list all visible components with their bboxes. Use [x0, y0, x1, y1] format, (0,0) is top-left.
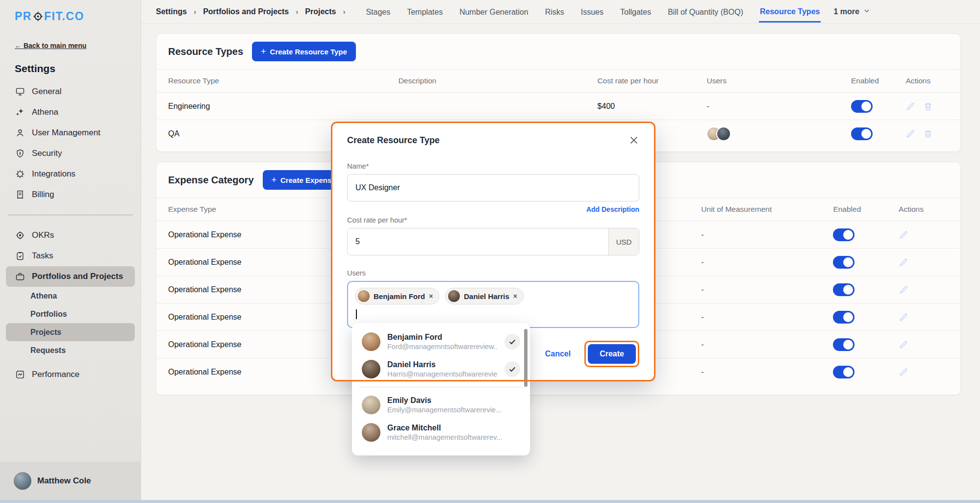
- chevron-down-icon: [863, 7, 870, 16]
- breadcrumb: Settings › Portfolios and Projects › Pro…: [156, 7, 345, 16]
- more-tabs-dropdown[interactable]: 1 more: [833, 7, 870, 16]
- sidebar-item-label: Performance: [32, 370, 79, 379]
- enabled-toggle[interactable]: [833, 338, 854, 351]
- tab-bill-of-quantity[interactable]: Bill of Quantity (BOQ): [667, 1, 744, 22]
- sidebar-item-label: OKRs: [32, 230, 54, 240]
- unit-cell: -: [701, 368, 833, 377]
- breadcrumb-portfolios-and-projects[interactable]: Portfolios and Projects: [203, 7, 289, 16]
- tab-resource-types[interactable]: Resource Types: [759, 1, 821, 23]
- modal-title: Create Resource Type: [347, 135, 440, 146]
- user-icon: [15, 128, 25, 138]
- tab-stages[interactable]: Stages: [365, 1, 391, 22]
- create-resource-type-button[interactable]: + Create Resource Type: [252, 42, 356, 61]
- back-to-main-menu-link[interactable]: ← Back to main menu: [15, 42, 86, 50]
- edit-icon[interactable]: [899, 230, 908, 240]
- dropdown-divider: [359, 387, 523, 387]
- sidebar-item-label: Security: [32, 149, 62, 158]
- sidebar-item-label: Athena: [32, 107, 58, 117]
- settings-tabs: Stages Templates Number Generation Risks…: [365, 1, 821, 23]
- dropdown-user-emily-davis[interactable]: Emily Davis Emily@managementsoftwarerevi…: [352, 391, 530, 419]
- sidebar-subitem-label: Portfolios: [30, 310, 67, 319]
- check-icon: [504, 334, 520, 350]
- users-cell: -: [706, 102, 851, 111]
- enabled-toggle[interactable]: [833, 256, 854, 269]
- sidebar-item-athena[interactable]: Athena: [6, 102, 135, 123]
- tab-number-generation[interactable]: Number Generation: [458, 1, 529, 22]
- cancel-button[interactable]: Cancel: [545, 350, 571, 358]
- shield-icon: [15, 149, 25, 159]
- sidebar-subitem-athena[interactable]: Athena: [6, 287, 135, 305]
- current-user[interactable]: Matthew Cole: [0, 462, 141, 500]
- sidebar-item-performance[interactable]: Performance: [6, 364, 135, 385]
- sidebar-divider: [8, 215, 133, 215]
- enabled-toggle[interactable]: [851, 127, 873, 140]
- avatar: [358, 290, 370, 302]
- remove-chip-icon[interactable]: ×: [513, 293, 517, 300]
- tab-tollgates[interactable]: Tollgates: [619, 1, 652, 22]
- unit-cell: -: [701, 285, 833, 294]
- sidebar-item-security[interactable]: Security: [6, 143, 135, 164]
- remove-chip-icon[interactable]: ×: [429, 293, 433, 300]
- tab-risks[interactable]: Risks: [544, 1, 565, 22]
- currency-suffix: USD: [608, 228, 639, 255]
- sidebar-item-general[interactable]: General: [6, 81, 135, 102]
- sidebar-group-settings: General Athena User Management Security …: [0, 81, 141, 205]
- create-resource-type-label: Create Resource Type: [270, 48, 347, 56]
- edit-icon[interactable]: [899, 312, 908, 322]
- sidebar-item-user-management[interactable]: User Management: [6, 123, 135, 143]
- name-input[interactable]: [347, 174, 639, 201]
- sidebar-subitem-portfolios[interactable]: Portfolios: [6, 305, 135, 323]
- delete-icon[interactable]: [923, 101, 933, 111]
- users-multiselect[interactable]: Benjamin Ford × Daniel Harris ×: [347, 281, 639, 328]
- dropdown-user-benjamin-ford[interactable]: Benjamin Ford Ford@managemntsoftwarerevi…: [352, 328, 530, 355]
- sidebar-subitem-requests[interactable]: Requests: [6, 341, 135, 359]
- edit-icon[interactable]: [899, 367, 908, 377]
- edit-icon[interactable]: [899, 285, 908, 295]
- delete-icon[interactable]: [923, 129, 933, 139]
- name-label: Name*: [347, 162, 639, 170]
- breadcrumb-settings[interactable]: Settings: [156, 7, 187, 16]
- dropdown-scrollbar[interactable]: [524, 329, 528, 387]
- tab-issues[interactable]: Issues: [580, 1, 604, 22]
- create-button[interactable]: Create: [588, 344, 636, 364]
- enabled-toggle[interactable]: [833, 228, 854, 241]
- sidebar-item-billing[interactable]: Billing: [6, 184, 135, 205]
- sidebar-item-tasks[interactable]: Tasks: [6, 246, 135, 266]
- col-users: Users: [706, 76, 851, 85]
- enabled-toggle[interactable]: [851, 100, 873, 113]
- sidebar-item-label: Integrations: [32, 169, 75, 179]
- breadcrumb-projects[interactable]: Projects: [305, 7, 336, 16]
- sidebar-item-portfolios-and-projects[interactable]: Portfolios and Projects: [6, 266, 135, 287]
- settings-sidebar: PRFIT.CO ← Back to main menu Settings Ge…: [0, 0, 141, 503]
- sidebar-subitem-projects[interactable]: Projects: [6, 323, 135, 341]
- cost-rate-input[interactable]: [348, 228, 608, 255]
- edit-icon[interactable]: [899, 257, 908, 267]
- sidebar-item-integrations[interactable]: Integrations: [6, 164, 135, 184]
- tab-templates[interactable]: Templates: [406, 1, 444, 22]
- dropdown-user-daniel-harris[interactable]: Daniel Harris Harris@managementsoftwarer…: [352, 355, 530, 383]
- expense-category-title: Expense Category: [168, 175, 254, 186]
- user-chip-benjamin-ford: Benjamin Ford ×: [355, 288, 439, 304]
- enabled-toggle[interactable]: [833, 311, 854, 324]
- briefcase-icon: [15, 272, 25, 282]
- edit-icon[interactable]: [899, 340, 908, 350]
- user-name: Daniel Harris: [387, 360, 498, 369]
- add-description-link[interactable]: Add Description: [586, 205, 639, 213]
- user-chip-daniel-harris: Daniel Harris ×: [445, 288, 524, 304]
- breadcrumb-separator: ›: [296, 7, 298, 16]
- edit-icon[interactable]: [905, 129, 915, 139]
- cost-cell: $400: [598, 102, 707, 111]
- sidebar-item-label: General: [32, 87, 61, 97]
- edit-icon[interactable]: [905, 101, 915, 111]
- receipt-icon: [15, 190, 25, 200]
- dropdown-user-grace-mitchell[interactable]: Grace Mitchell mitchell@managementsoftwa…: [352, 419, 530, 446]
- sidebar-item-okrs[interactable]: OKRs: [6, 225, 135, 246]
- enabled-toggle[interactable]: [833, 283, 854, 296]
- table-row: Engineering $400 -: [156, 92, 960, 120]
- current-user-name: Matthew Cole: [37, 476, 91, 486]
- enabled-toggle[interactable]: [833, 366, 854, 378]
- avatar: [716, 126, 731, 141]
- close-icon[interactable]: [628, 135, 639, 146]
- plus-icon: +: [272, 176, 277, 184]
- col-description: Description: [399, 76, 598, 85]
